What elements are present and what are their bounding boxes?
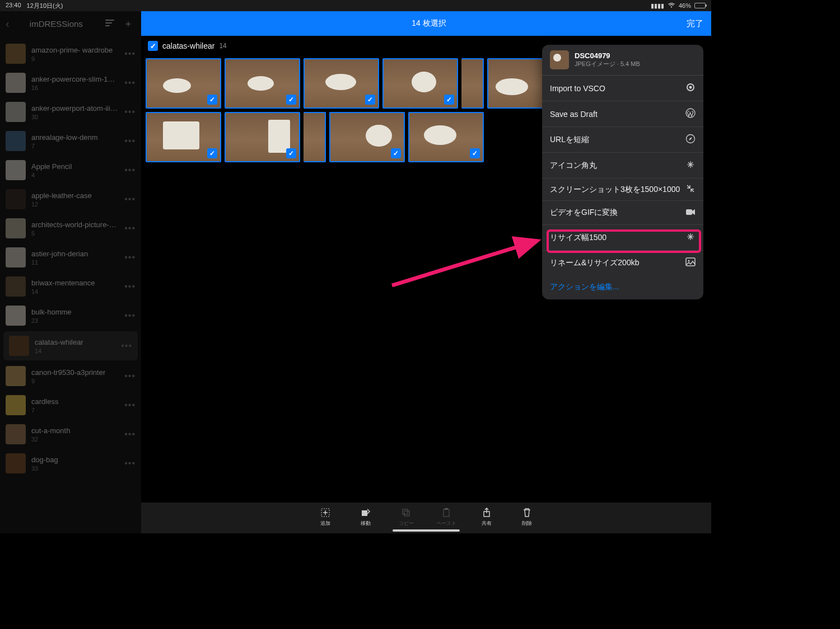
- sidebar-thumb: [6, 276, 26, 297]
- photo-thumb[interactable]: [304, 112, 326, 162]
- more-icon[interactable]: •••: [124, 371, 136, 381]
- add-button[interactable]: ＋: [121, 16, 136, 31]
- popover-thumb: [550, 50, 569, 69]
- sidebar-item-name: architects-world-picture-bo...: [31, 220, 119, 229]
- popover-action-label: Save as Draft: [550, 110, 598, 119]
- status-time: 23:40: [6, 2, 21, 10]
- more-icon[interactable]: •••: [121, 341, 132, 351]
- popover-action[interactable]: リサイズ幅1500: [542, 225, 703, 251]
- sidebar-item[interactable]: architects-world-picture-bo... 5 •••: [0, 214, 141, 243]
- more-icon[interactable]: •••: [124, 107, 136, 117]
- sidebar-item[interactable]: anker-powerport-atom-iii-s... 30 •••: [0, 97, 141, 126]
- photo-thumb[interactable]: ✓: [225, 58, 300, 109]
- sidebar-item-count: 14: [31, 288, 119, 295]
- thumb-checkbox-icon: ✓: [207, 95, 217, 105]
- more-icon[interactable]: •••: [124, 429, 136, 439]
- popover-action[interactable]: Save as Draft: [542, 101, 703, 127]
- cellular-icon: ▮▮▮▮: [651, 2, 664, 10]
- toolbar-add[interactable]: 追加: [311, 507, 340, 527]
- toolbar-delete[interactable]: 削除: [512, 507, 542, 527]
- more-icon[interactable]: •••: [124, 223, 136, 233]
- svg-point-8: [689, 86, 692, 89]
- sidebar-item-count: 5: [31, 230, 119, 237]
- actions-popover: DSC04979 JPEGイメージ · 5.4 MB Import to VSC…: [542, 45, 703, 299]
- thumb-checkbox-icon: ✓: [286, 148, 296, 158]
- sidebar-item[interactable]: dog-bag 33 •••: [0, 449, 141, 478]
- more-icon[interactable]: •••: [124, 252, 136, 262]
- popover-action-label: アイコン角丸: [550, 161, 597, 171]
- sidebar-item-count: 16: [31, 85, 119, 91]
- sidebar-thumb: [6, 218, 26, 238]
- edit-actions-button[interactable]: アクションを編集...: [542, 275, 703, 299]
- done-button[interactable]: 完了: [687, 18, 703, 29]
- select-all-checkbox[interactable]: ✓: [148, 41, 158, 51]
- sidebar-item-count: 9: [31, 378, 119, 384]
- photo-thumb[interactable]: ✓: [146, 58, 221, 109]
- sidebar: ‹ imDRESSions ＋ amazon-prime- wardrobe 9…: [0, 11, 141, 533]
- photo-thumb[interactable]: ✓: [146, 112, 221, 162]
- more-icon[interactable]: •••: [124, 311, 136, 321]
- back-button[interactable]: ‹: [6, 17, 10, 30]
- sidebar-item-count: 7: [31, 407, 119, 414]
- sidebar-item[interactable]: bulk-homme 23 •••: [0, 301, 141, 330]
- popover-action[interactable]: Import to VSCO: [542, 76, 703, 101]
- more-icon[interactable]: •••: [124, 165, 136, 175]
- photo-thumb[interactable]: ✓: [408, 112, 484, 162]
- sidebar-item[interactable]: canon-tr9530-a3printer 9 •••: [0, 362, 141, 391]
- status-date: 12月10日(火): [27, 2, 63, 10]
- more-icon[interactable]: •••: [124, 49, 136, 59]
- sidebar-item[interactable]: astier-john-derian 11 •••: [0, 243, 141, 272]
- more-icon[interactable]: •••: [124, 136, 136, 146]
- popover-action[interactable]: アイコン角丸: [542, 153, 703, 179]
- sidebar-item-count: 9: [31, 55, 119, 62]
- sidebar-item[interactable]: cut-a-month 32 •••: [0, 420, 141, 449]
- main-header: 14 枚選択 完了: [141, 11, 711, 36]
- sidebar-item[interactable]: cardless 7 •••: [0, 391, 141, 420]
- sidebar-item[interactable]: calatas-whilear 14 •••: [3, 331, 138, 360]
- thumb-checkbox-icon: ✓: [286, 95, 296, 105]
- image-icon: [685, 257, 696, 268]
- sidebar-item[interactable]: anrealage-low-denm 7 •••: [0, 126, 141, 156]
- sidebar-item[interactable]: amazon-prime- wardrobe 9 •••: [0, 39, 141, 68]
- toolbar-share[interactable]: 共有: [472, 507, 501, 527]
- video-icon: [685, 208, 696, 218]
- more-icon[interactable]: •••: [124, 281, 136, 292]
- battery-percent: 46%: [679, 2, 691, 9]
- album-name: calatas-whilear: [162, 41, 214, 50]
- sidebar-thumb: [6, 189, 26, 209]
- sidebar-thumb: [6, 366, 26, 386]
- popover-action[interactable]: URLを短縮: [542, 127, 703, 153]
- more-icon[interactable]: •••: [124, 194, 136, 204]
- popover-action-label: スクリーンショット3枚を1500×1000: [550, 185, 680, 195]
- popover-action[interactable]: ビデオをGIFに変換: [542, 201, 703, 225]
- photo-thumb[interactable]: ✓: [304, 58, 379, 109]
- more-icon[interactable]: •••: [124, 78, 136, 88]
- sidebar-item-name: astier-john-derian: [31, 250, 119, 258]
- sidebar-thumb: [6, 306, 26, 326]
- toolbar-move[interactable]: 移動: [351, 507, 380, 527]
- sidebar-item[interactable]: apple-leather-case 12 •••: [0, 185, 141, 214]
- sidebar-item[interactable]: Apple Pencil 4 •••: [0, 156, 141, 185]
- sidebar-thumb: [6, 247, 26, 267]
- sidebar-thumb: [6, 102, 26, 122]
- thumb-checkbox-icon: ✓: [470, 148, 480, 158]
- sidebar-item-name: bulk-homme: [31, 308, 119, 316]
- trash-icon: [522, 507, 531, 518]
- home-indicator[interactable]: [393, 529, 460, 532]
- popover-action[interactable]: スクリーンショット3枚を1500×1000: [542, 179, 703, 201]
- svg-rect-5: [445, 508, 448, 510]
- photo-thumb[interactable]: [461, 58, 484, 109]
- popover-action[interactable]: リネーム&リサイズ200kb: [542, 251, 703, 275]
- sidebar-item[interactable]: briwax-mentenance 14 •••: [0, 272, 141, 301]
- more-icon[interactable]: •••: [124, 458, 136, 468]
- sidebar-item[interactable]: anker-powercore-slim-1000... 16 •••: [0, 68, 141, 97]
- photo-thumb[interactable]: ✓: [382, 58, 458, 109]
- more-icon[interactable]: •••: [124, 400, 136, 410]
- sidebar-item-name: anker-powercore-slim-1000...: [31, 75, 119, 83]
- svg-rect-11: [686, 209, 692, 215]
- photo-thumb[interactable]: ✓: [225, 112, 300, 162]
- sidebar-item-count: 23: [31, 317, 119, 324]
- photo-thumb[interactable]: ✓: [329, 112, 405, 162]
- sort-icon[interactable]: [103, 17, 118, 31]
- sidebar-item-name: briwax-mentenance: [31, 279, 119, 287]
